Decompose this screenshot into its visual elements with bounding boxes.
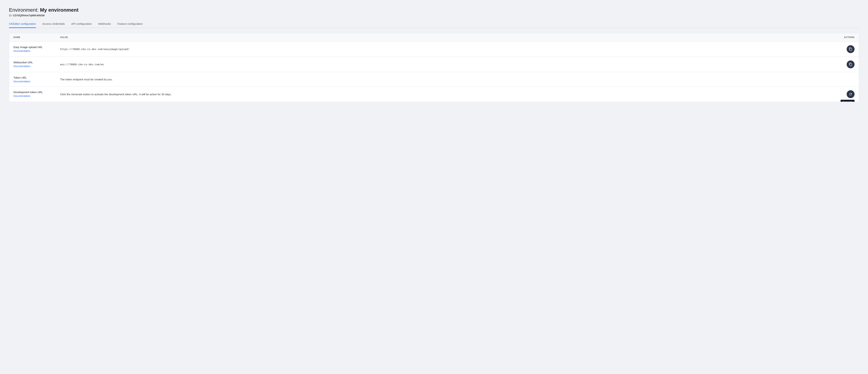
table-row: Easy Image upload URL Documentation http… xyxy=(9,42,859,57)
tab-access-credentials[interactable]: Access credentials xyxy=(42,22,65,28)
row-doc-link[interactable]: Documentation xyxy=(13,80,30,83)
copy-button[interactable] xyxy=(847,45,855,53)
row-name-cell: Development token URL Documentation xyxy=(9,87,56,102)
generate-tooltip: Generate xyxy=(841,100,855,102)
row-doc-link[interactable]: Documentation xyxy=(13,95,30,97)
table-row: Token URL Documentation The token endpoi… xyxy=(9,72,859,87)
col-header-name: NAME xyxy=(9,33,56,42)
row-value: https://70080.cke-cs-dev.com/easyimage/u… xyxy=(60,48,129,51)
row-value-cell: https://70080.cke-cs-dev.com/easyimage/u… xyxy=(56,42,840,57)
generate-tooltip-wrapper: Generate xyxy=(847,90,855,98)
col-header-value: VALUE xyxy=(56,33,840,42)
copy-button[interactable] xyxy=(847,60,855,68)
col-header-actions: ACTIONS xyxy=(840,33,859,42)
copy-icon xyxy=(849,63,852,66)
tab-ckeditor-configuration[interactable]: CKEditor configuration xyxy=(9,22,36,28)
tab-feature-configuration[interactable]: Feature configuration xyxy=(117,22,143,28)
row-actions-cell: Generate xyxy=(840,87,859,102)
row-name-cell: Token URL Documentation xyxy=(9,72,56,87)
row-value: The token endpoint must be created by yo… xyxy=(60,78,113,81)
row-name-label: Websocket URL xyxy=(13,61,52,64)
row-doc-link[interactable]: Documentation xyxy=(13,65,30,68)
row-name-label: Development token URL xyxy=(13,91,52,94)
row-name-label: Token URL xyxy=(13,76,52,79)
row-name-cell: Easy Image upload URL Documentation xyxy=(9,42,56,57)
row-value-cell: Click the Generate button to activate th… xyxy=(56,87,840,102)
row-doc-link[interactable]: Documentation xyxy=(13,50,30,52)
table-row: Development token URL Documentation Clic… xyxy=(9,87,859,102)
tab-nav: CKEditor configuration Access credential… xyxy=(9,22,859,28)
row-value-cell: wss://70080.cke-cs-dev.com/ws xyxy=(56,57,840,72)
config-table: NAME VALUE ACTIONS Easy Image upload URL… xyxy=(9,33,859,102)
tab-api-configuration[interactable]: API configuration xyxy=(71,22,92,28)
page-id: ID: CD7dQf9Vew7qM6K4tNSM xyxy=(9,14,859,17)
page-header: Environment: My environment ID: CD7dQf9V… xyxy=(9,7,859,17)
row-name-label: Easy Image upload URL xyxy=(13,45,52,49)
generate-button[interactable] xyxy=(847,90,855,98)
row-actions-cell xyxy=(840,42,859,57)
tab-webhooks[interactable]: Webhooks xyxy=(98,22,111,28)
page-title: Environment: My environment xyxy=(9,7,859,13)
row-value-cell: The token endpoint must be created by yo… xyxy=(56,72,840,87)
content-card: NAME VALUE ACTIONS Easy Image upload URL… xyxy=(9,33,859,102)
refresh-icon xyxy=(849,92,852,96)
row-actions-cell xyxy=(840,72,859,87)
row-name-cell: Websocket URL Documentation xyxy=(9,57,56,72)
row-actions-cell xyxy=(840,57,859,72)
copy-icon xyxy=(849,48,852,51)
table-row: Websocket URL Documentation wss://70080.… xyxy=(9,57,859,72)
row-value: wss://70080.cke-cs-dev.com/ws xyxy=(60,63,104,66)
row-value: Click the Generate button to activate th… xyxy=(60,93,172,96)
